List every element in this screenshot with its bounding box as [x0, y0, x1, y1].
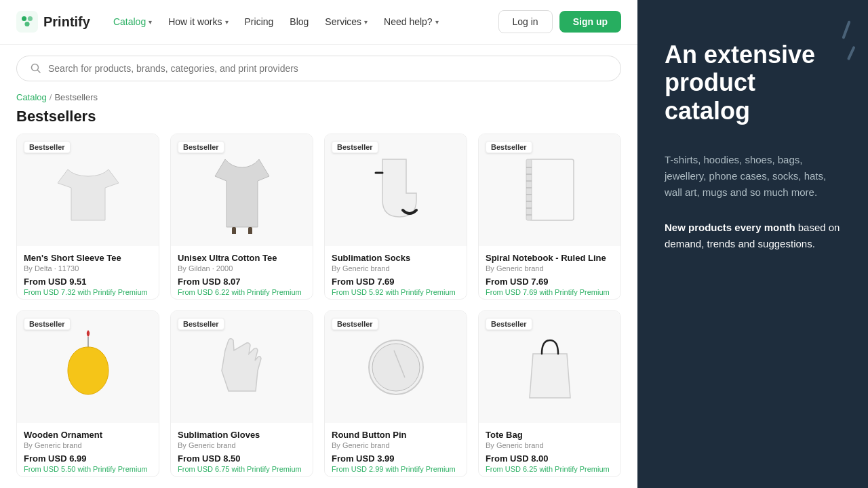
nav-blog[interactable]: Blog: [283, 11, 315, 33]
product-card[interactable]: Bestseller Men's Short Sleeve Tee By Del…: [16, 134, 159, 300]
svg-rect-7: [248, 227, 252, 234]
product-card[interactable]: Bestseller Unisex Ultra Cotton Tee By Gi…: [170, 134, 313, 300]
login-button[interactable]: Log in: [498, 10, 553, 33]
search-bar-wrapper: [0, 45, 637, 87]
svg-point-1: [22, 16, 26, 21]
product-brand: By Delta · 11730: [24, 264, 152, 272]
product-image-wrap: Bestseller: [17, 134, 159, 246]
main-panel: Printify Catalog ▾ How it works ▾ Pricin…: [0, 0, 637, 488]
nav-catalog[interactable]: Catalog ▾: [106, 11, 159, 33]
logo[interactable]: Printify: [16, 11, 90, 33]
product-price: From USD 8.00: [486, 453, 614, 464]
product-brand: By Generic brand: [332, 441, 460, 449]
nav-how-it-works[interactable]: How it works ▾: [161, 11, 235, 33]
product-meta: 2 sizes · 1 print provider: [24, 476, 152, 477]
product-name: Wooden Ornament: [24, 430, 152, 440]
product-info: Spiral Notebook - Ruled Line By Generic …: [479, 246, 620, 300]
sidebar-description: T-shirts, hoodies, shoes, bags, jeweller…: [665, 152, 841, 201]
navbar: Printify Catalog ▾ How it works ▾ Pricin…: [0, 0, 637, 45]
product-meta: 3 sizes · SPOKE Custom Products: [332, 299, 460, 300]
product-price: From USD 7.69: [332, 277, 460, 287]
product-name: Sublimation Socks: [332, 253, 460, 263]
sidebar-decoration: [845, 20, 848, 58]
product-card[interactable]: Bestseller Sublimation Gloves By Generic…: [170, 310, 313, 477]
product-price: From USD 9.51: [24, 277, 152, 287]
bestseller-badge: Bestseller: [486, 318, 532, 330]
nav-pricing[interactable]: Pricing: [238, 11, 281, 33]
product-brand: By Generic brand: [486, 441, 614, 449]
bestseller-badge: Bestseller: [332, 318, 378, 330]
product-premium: From USD 6.25 with Printify Premium: [486, 465, 614, 473]
nav-need-help[interactable]: Need help? ▾: [377, 11, 446, 33]
svg-line-5: [38, 70, 41, 73]
svg-rect-9: [526, 159, 532, 220]
product-brand: By Generic brand: [178, 441, 306, 449]
product-price: From USD 3.99: [332, 453, 460, 464]
product-price: From USD 7.69: [486, 277, 614, 287]
search-input[interactable]: [48, 63, 607, 74]
svg-point-2: [28, 16, 33, 21]
product-image-wrap: Bestseller: [171, 311, 313, 423]
product-premium: From USD 2.99 with Printify Premium: [332, 465, 460, 473]
products-grid: Bestseller Men's Short Sleeve Tee By Del…: [0, 134, 637, 488]
sidebar-highlight-title: New products every month: [665, 222, 795, 233]
breadcrumb-separator: /: [50, 92, 52, 102]
sidebar: An extensive product catalog T-shirts, h…: [637, 0, 868, 488]
bestseller-badge: Bestseller: [332, 141, 378, 153]
product-card[interactable]: Bestseller Wooden Ornament By Generic br…: [16, 310, 159, 477]
nav-links: Catalog ▾ How it works ▾ Pricing Blog Se…: [106, 11, 493, 33]
deco-line-2: [847, 46, 856, 61]
bestseller-badge: Bestseller: [178, 141, 224, 153]
bestseller-badge: Bestseller: [24, 318, 71, 330]
nav-services[interactable]: Services ▾: [318, 11, 374, 33]
product-meta: 2 sizes · 1 print provider: [178, 476, 306, 477]
signup-button[interactable]: Sign up: [559, 11, 621, 33]
product-premium: From USD 7.69 with Printify Premium: [486, 288, 614, 296]
product-image-wrap: Bestseller: [325, 134, 467, 246]
product-card[interactable]: Bestseller Round Button Pin By Generic b…: [324, 310, 467, 477]
nav-actions: Log in Sign up: [498, 10, 621, 33]
product-info: Unisex Ultra Cotton Tee By Gildan · 2000…: [171, 246, 313, 300]
product-card[interactable]: Bestseller Spiral Notebook - Ruled Line …: [478, 134, 621, 300]
product-brand: By Generic brand: [24, 441, 152, 449]
bestseller-badge: Bestseller: [24, 141, 71, 153]
product-price: From USD 8.07: [178, 277, 306, 287]
product-price: From USD 6.99: [24, 453, 152, 464]
product-card[interactable]: Bestseller Tote Bag By Generic brand Fro…: [478, 310, 621, 477]
breadcrumb-current: Bestsellers: [54, 92, 98, 102]
product-premium: From USD 6.75 with Printify Premium: [178, 465, 306, 473]
product-price: From USD 8.50: [178, 453, 306, 464]
product-image-wrap: Bestseller: [171, 134, 313, 246]
product-image-wrap: Bestseller: [17, 311, 159, 423]
product-brand: By Gildan · 2000: [178, 264, 306, 272]
logo-name: Printify: [43, 14, 90, 30]
chevron-down-icon: ▾: [435, 18, 439, 26]
product-premium: From USD 6.22 with Printify Premium: [178, 288, 306, 296]
chevron-down-icon: ▾: [149, 18, 152, 26]
product-info: Round Button Pin By Generic brand From U…: [325, 423, 467, 477]
deco-line-1: [842, 20, 850, 39]
product-card[interactable]: Bestseller Sublimation Socks By Generic …: [324, 134, 467, 300]
svg-point-3: [24, 22, 29, 26]
logo-icon: [16, 11, 38, 33]
product-name: Sublimation Gloves: [178, 430, 306, 440]
page-title: Bestsellers: [0, 105, 637, 134]
breadcrumb-catalog-link[interactable]: Catalog: [16, 92, 47, 102]
product-meta: 8 sizes · 11 colors · 3 print providers: [24, 299, 152, 300]
product-brand: By Generic brand: [332, 264, 460, 272]
breadcrumb: Catalog / Bestsellers: [0, 87, 637, 105]
svg-rect-6: [232, 227, 236, 234]
product-brand: By Generic brand: [486, 264, 614, 272]
product-name: Spiral Notebook - Ruled Line: [486, 253, 614, 263]
product-meta: 3 sizes · 1 print provider: [332, 476, 460, 477]
bestseller-badge: Bestseller: [178, 318, 224, 330]
svg-rect-8: [530, 159, 574, 220]
product-info: Sublimation Socks By Generic brand From …: [325, 246, 467, 300]
product-premium: From USD 7.32 with Printify Premium: [24, 288, 152, 296]
product-info: Men's Short Sleeve Tee By Delta · 11730 …: [17, 246, 159, 300]
product-info: Sublimation Gloves By Generic brand From…: [171, 423, 313, 477]
product-name: Unisex Ultra Cotton Tee: [178, 253, 306, 263]
sidebar-headline: An extensive product catalog: [665, 41, 841, 125]
product-name: Round Button Pin: [332, 430, 460, 440]
product-image-wrap: Bestseller: [325, 311, 467, 423]
